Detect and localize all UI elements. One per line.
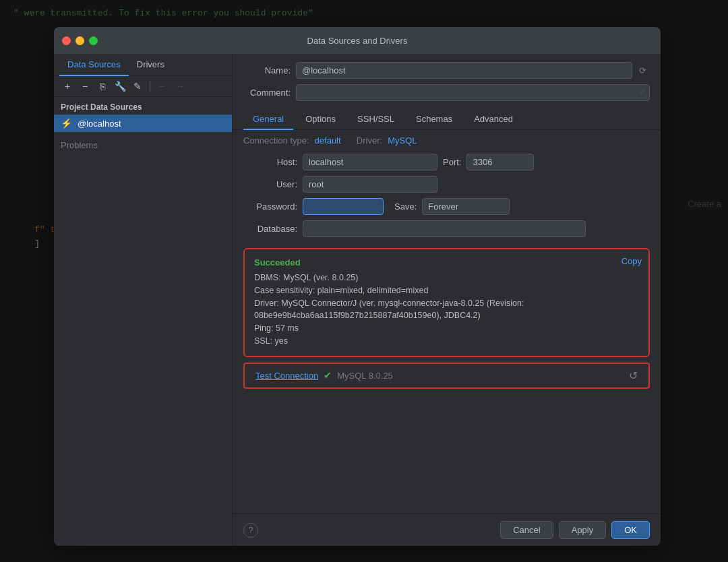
connection-type-value[interactable]: default bbox=[315, 135, 341, 146]
host-input[interactable] bbox=[303, 154, 437, 170]
port-input[interactable] bbox=[466, 154, 534, 170]
port-label: Port: bbox=[443, 157, 461, 167]
datasource-icon: ⚡ bbox=[61, 118, 72, 129]
header-fields: Name: ⟳ Comment: ⤢ bbox=[233, 54, 661, 106]
remove-button[interactable]: − bbox=[77, 79, 93, 94]
comment-row: Comment: ⤢ bbox=[243, 84, 650, 101]
notification-title: Succeeded bbox=[254, 257, 639, 268]
tab-schemas[interactable]: Schemas bbox=[406, 109, 462, 130]
name-input[interactable] bbox=[296, 62, 632, 79]
form-fields: Host: Port: User: Password: Save: bbox=[233, 151, 661, 218]
notification-text: DBMS: MySQL (ver. 8.0.25) Case sensitivi… bbox=[254, 272, 639, 348]
tab-data-sources[interactable]: Data Sources bbox=[59, 54, 129, 76]
comment-input[interactable] bbox=[296, 84, 650, 101]
settings-button[interactable]: 🔧 bbox=[112, 79, 128, 94]
spacer bbox=[233, 394, 661, 514]
save-select[interactable] bbox=[422, 198, 510, 215]
save-label: Save: bbox=[394, 201, 417, 212]
minimize-button[interactable] bbox=[75, 36, 84, 45]
reload-button[interactable]: ⟳ bbox=[635, 63, 650, 78]
name-input-wrap: ⟳ bbox=[296, 62, 650, 79]
test-connection-link[interactable]: Test Connection bbox=[255, 371, 318, 381]
maximize-button[interactable] bbox=[89, 36, 98, 45]
database-input[interactable] bbox=[303, 220, 586, 237]
tab-general[interactable]: General bbox=[243, 109, 293, 130]
title-bar: Data Sources and Drivers bbox=[54, 27, 661, 54]
refresh-button[interactable]: ↺ bbox=[629, 369, 638, 382]
ok-button[interactable]: OK bbox=[611, 521, 650, 539]
tab-sshssl[interactable]: SSH/SSL bbox=[348, 109, 404, 130]
traffic-lights bbox=[62, 36, 98, 45]
cancel-button[interactable]: Cancel bbox=[500, 521, 553, 539]
tab-advanced[interactable]: Advanced bbox=[464, 109, 522, 130]
copy-button[interactable]: ⎘ bbox=[94, 79, 111, 94]
back-button[interactable]: ← bbox=[154, 79, 171, 94]
host-label: Host: bbox=[243, 157, 297, 167]
password-input[interactable] bbox=[303, 198, 384, 215]
user-label: User: bbox=[243, 179, 297, 189]
edit-button[interactable]: ✎ bbox=[129, 79, 146, 94]
driver-value[interactable]: MySQL bbox=[388, 135, 417, 146]
dialog-footer: ? Cancel Apply OK bbox=[233, 513, 661, 546]
problems-section: Problems bbox=[54, 135, 232, 156]
user-row: User: bbox=[243, 176, 650, 193]
right-panel: Name: ⟳ Comment: ⤢ General bbox=[233, 54, 661, 546]
tab-drivers[interactable]: Drivers bbox=[129, 54, 173, 76]
driver-label: Driver: bbox=[357, 135, 382, 146]
host-row: Host: Port: bbox=[243, 154, 650, 170]
dialog-title: Data Sources and Drivers bbox=[307, 36, 408, 46]
add-button[interactable]: + bbox=[59, 79, 75, 94]
password-label: Password: bbox=[243, 201, 297, 212]
dialog: Data Sources and Drivers Data Sources Dr… bbox=[54, 27, 661, 546]
sidebar-tabs: Data Sources Drivers bbox=[54, 54, 232, 76]
forward-button[interactable]: → bbox=[172, 79, 188, 94]
close-button[interactable] bbox=[62, 36, 71, 45]
datasource-item-localhost[interactable]: ⚡ @localhost bbox=[54, 115, 232, 132]
name-label: Name: bbox=[243, 65, 291, 75]
connection-type-row: Connection type: default Driver: MySQL bbox=[233, 130, 661, 151]
copy-button[interactable]: Copy bbox=[621, 256, 642, 266]
comment-label: Comment: bbox=[243, 88, 291, 98]
name-row: Name: ⟳ bbox=[243, 62, 650, 79]
database-row: Database: bbox=[233, 218, 661, 243]
notification-box: Succeeded Copy DBMS: MySQL (ver. 8.0.25)… bbox=[243, 248, 650, 357]
sidebar-toolbar: + − ⎘ 🔧 ✎ ← → bbox=[54, 76, 232, 97]
mysql-version-text: MySQL 8.0.25 bbox=[337, 371, 393, 381]
test-check-icon: ✔ bbox=[324, 370, 332, 381]
password-row: Password: Save: bbox=[243, 198, 650, 215]
toolbar-separator bbox=[150, 81, 150, 92]
connection-type-label: Connection type: bbox=[243, 135, 309, 146]
sidebar: Data Sources Drivers + − ⎘ 🔧 ✎ ← → Proje… bbox=[54, 54, 233, 546]
comment-expand-icon: ⤢ bbox=[640, 87, 646, 96]
help-button[interactable]: ? bbox=[243, 523, 258, 538]
dialog-body: Data Sources Drivers + − ⎘ 🔧 ✎ ← → Proje… bbox=[54, 54, 661, 546]
test-connection-bar: Test Connection ✔ MySQL 8.0.25 ↺ bbox=[243, 363, 650, 389]
section-header: Project Data Sources bbox=[54, 97, 232, 115]
datasource-label: @localhost bbox=[78, 119, 121, 129]
tab-options[interactable]: Options bbox=[296, 109, 345, 130]
apply-button[interactable]: Apply bbox=[559, 521, 607, 539]
database-label: Database: bbox=[243, 224, 297, 234]
user-input[interactable] bbox=[303, 176, 437, 193]
tab-bar: General Options SSH/SSL Schemas Advanced bbox=[233, 109, 661, 130]
